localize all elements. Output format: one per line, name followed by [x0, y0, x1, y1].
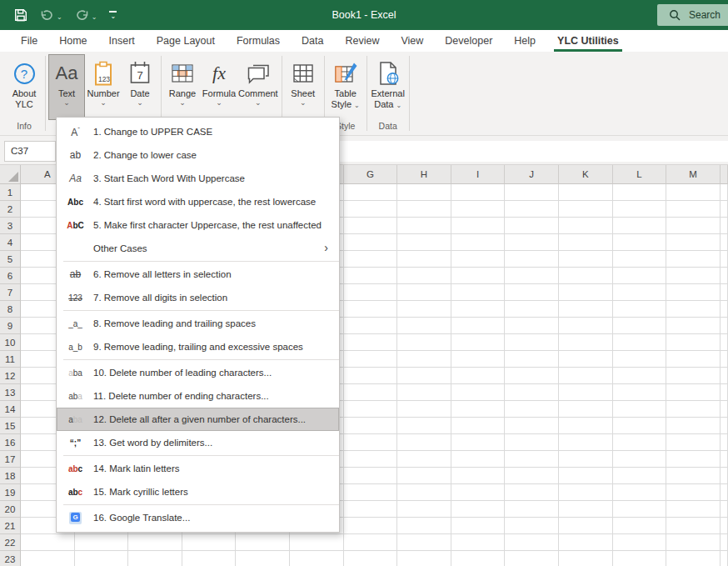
cell-C22[interactable] [128, 534, 182, 551]
cell-G17[interactable] [344, 451, 398, 468]
cell-I22[interactable] [451, 534, 506, 551]
cell-partial[interactable] [721, 351, 728, 368]
cell-G12[interactable] [344, 368, 398, 384]
row-header-20[interactable]: 20 [0, 501, 21, 518]
cell-J14[interactable] [505, 401, 559, 418]
menu-item-delete-leading-chars[interactable]: aba10. Delete number of leading characte… [57, 361, 339, 384]
row-header-22[interactable]: 22 [0, 534, 21, 551]
cell-M17[interactable] [666, 451, 721, 468]
cell-H17[interactable] [397, 451, 451, 468]
comment-button[interactable]: Comment⌄ [237, 54, 279, 120]
tab-file[interactable]: File [10, 30, 48, 52]
cell-J4[interactable] [505, 234, 559, 251]
cell-A22[interactable] [21, 534, 75, 551]
menu-item-none[interactable]: Other Cases› [57, 237, 339, 260]
cell-H6[interactable] [397, 268, 451, 284]
cell-partial[interactable] [721, 301, 728, 318]
cell-I13[interactable] [451, 384, 506, 401]
cell-G19[interactable] [344, 484, 398, 501]
cell-M8[interactable] [666, 301, 721, 318]
cell-K16[interactable] [559, 434, 613, 451]
cell-I1[interactable] [451, 184, 506, 201]
cell-J21[interactable] [505, 518, 559, 534]
cell-I16[interactable] [451, 434, 506, 451]
date-button[interactable]: 7Date⌄ [122, 54, 158, 120]
cell-G23[interactable] [344, 551, 398, 566]
row-header-6[interactable]: 6 [0, 268, 21, 284]
cell-partial[interactable] [721, 268, 728, 284]
cell-L11[interactable] [613, 351, 667, 368]
cell-G22[interactable] [344, 534, 398, 551]
cell-L5[interactable] [613, 251, 667, 268]
cell-H23[interactable] [397, 551, 451, 566]
column-header-J[interactable]: J [505, 165, 559, 184]
cell-partial[interactable] [721, 184, 728, 201]
row-header-18[interactable]: 18 [0, 468, 21, 484]
menu-item-first-char-uppercase[interactable]: AbC5. Make first character Uppercase, th… [57, 213, 339, 237]
cell-K8[interactable] [559, 301, 613, 318]
cell-E22[interactable] [236, 534, 290, 551]
cell-I23[interactable] [451, 551, 506, 566]
cell-H9[interactable] [397, 318, 451, 334]
cell-L10[interactable] [613, 334, 667, 351]
cell-I10[interactable] [451, 334, 506, 351]
cell-H18[interactable] [397, 468, 451, 484]
cell-H13[interactable] [397, 384, 451, 401]
cell-G5[interactable] [344, 251, 398, 268]
range-button[interactable]: Range⌄ [164, 54, 201, 120]
cell-G21[interactable] [344, 518, 398, 534]
cell-K17[interactable] [559, 451, 613, 468]
cell-K2[interactable] [559, 201, 613, 218]
cell-I11[interactable] [451, 351, 506, 368]
cell-partial[interactable] [721, 501, 728, 518]
menu-item-mark-cyrillic[interactable]: abc15. Mark cyrillic letters [57, 480, 339, 503]
tab-developer[interactable]: Developer [434, 30, 503, 52]
row-header-10[interactable]: 10 [0, 334, 21, 351]
cell-D22[interactable] [182, 534, 237, 551]
cell-J5[interactable] [505, 251, 559, 268]
text-button[interactable]: AaText⌄ [48, 54, 85, 120]
search-box[interactable]: Search [657, 4, 728, 26]
cell-L16[interactable] [613, 434, 667, 451]
cell-partial[interactable] [721, 368, 728, 384]
cell-M1[interactable] [666, 184, 721, 201]
cell-G11[interactable] [344, 351, 398, 368]
cell-K20[interactable] [559, 501, 613, 518]
cell-M10[interactable] [666, 334, 721, 351]
tab-page-layout[interactable]: Page Layout [146, 30, 226, 52]
cell-J10[interactable] [505, 334, 559, 351]
cell-J20[interactable] [505, 501, 559, 518]
cell-I5[interactable] [451, 251, 506, 268]
cell-J18[interactable] [505, 468, 559, 484]
cell-G9[interactable] [344, 318, 398, 334]
cell-I9[interactable] [451, 318, 506, 334]
about-ylc-button[interactable]: ?AboutYLC [6, 54, 42, 120]
cell-L6[interactable] [613, 268, 667, 284]
cell-G4[interactable] [344, 234, 398, 251]
cell-L18[interactable] [613, 468, 667, 484]
cell-H5[interactable] [397, 251, 451, 268]
cell-G8[interactable] [344, 301, 398, 318]
cell-M9[interactable] [666, 318, 721, 334]
menu-item-trim-excess-spaces[interactable]: a_b9. Remove leading, trailing and exces… [57, 335, 339, 358]
column-header-G[interactable]: G [344, 165, 398, 184]
cell-K12[interactable] [559, 368, 613, 384]
cell-J12[interactable] [505, 368, 559, 384]
cell-M12[interactable] [666, 368, 721, 384]
redo-icon[interactable]: ⌄ [75, 9, 97, 21]
cell-J13[interactable] [505, 384, 559, 401]
cell-J16[interactable] [505, 434, 559, 451]
menu-item-each-word-uppercase[interactable]: Aa3. Start Each Word With Uppercase [57, 167, 339, 190]
cell-J9[interactable] [505, 318, 559, 334]
column-header-partial[interactable] [721, 165, 728, 184]
tab-help[interactable]: Help [503, 30, 546, 52]
cell-L23[interactable] [613, 551, 667, 566]
cell-G2[interactable] [344, 201, 398, 218]
cell-L19[interactable] [613, 484, 667, 501]
cell-H8[interactable] [397, 301, 451, 318]
cell-partial[interactable] [721, 534, 728, 551]
cell-K19[interactable] [559, 484, 613, 501]
cell-J7[interactable] [505, 284, 559, 301]
cell-partial[interactable] [721, 284, 728, 301]
cell-M16[interactable] [666, 434, 721, 451]
